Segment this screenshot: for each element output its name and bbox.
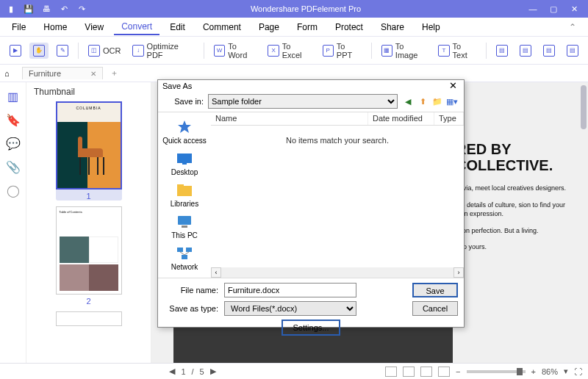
zoom-value: 86% [542,367,558,376]
menu-convert[interactable]: Convert [114,19,159,35]
file-list[interactable]: Name Date modified Type No items match y… [211,112,464,278]
comments-panel-icon[interactable]: 💬 [7,137,20,150]
menu-file[interactable]: File [4,20,33,35]
svg-line-10 [180,252,184,255]
to-text-button[interactable]: TTo Text [434,40,480,62]
scroll-right-icon[interactable]: › [453,267,464,278]
col-name[interactable]: Name [211,112,368,125]
save-in-dropdown[interactable]: Sample folder [208,94,398,109]
scroll-left-icon[interactable]: ‹ [211,267,221,278]
convert-extra-3[interactable]: ▤ [539,43,559,59]
place-network[interactable]: Network [171,243,198,273]
dialog-title: Save As [162,82,446,90]
word-icon: W [214,45,225,57]
menu-form[interactable]: Form [290,20,325,35]
edit-tool[interactable]: ✎ [53,43,72,59]
print-icon[interactable]: 🖶 [41,4,51,14]
convert-extra-4[interactable]: ▤ [563,43,582,59]
menu-edit[interactable]: Edit [162,20,193,35]
close-button[interactable]: ✕ [566,4,582,14]
next-page-button[interactable]: ▶ [210,367,216,376]
to-image-button[interactable]: ▦To Image [378,40,431,62]
save-type-dropdown[interactable]: Word Files(*.docx) [224,301,356,316]
convert-extra-2[interactable]: ▤ [516,43,535,59]
menu-comment[interactable]: Comment [196,20,248,35]
convert-toolbar: ▶ ✋ ✎ ◫OCR ↓Optimize PDF WTo Word XTo Ex… [0,37,588,65]
place-this-pc[interactable]: This PC [171,212,198,242]
to-excel-button[interactable]: XTo Excel [264,40,314,62]
doc-icon: ▤ [520,45,531,57]
collapse-ribbon-icon[interactable]: ⌃ [562,22,584,32]
view-continuous-icon[interactable] [403,367,415,377]
to-word-button[interactable]: WTo Word [210,40,259,62]
zoom-out-button[interactable]: − [456,367,460,376]
view-two-cont-icon[interactable] [438,367,450,377]
menu-view[interactable]: View [77,20,111,35]
view-two-icon[interactable] [420,367,432,377]
ocr-button[interactable]: ◫OCR [85,43,124,59]
fullscreen-icon[interactable]: ⛶ [574,367,582,376]
new-tab-button[interactable]: ＋ [103,68,126,79]
svg-rect-6 [182,225,187,228]
page-current[interactable]: 1 [181,367,185,376]
back-icon[interactable]: ◀ [402,95,414,107]
attachments-panel-icon[interactable]: 📎 [7,160,20,173]
svg-rect-4 [177,184,184,187]
horizontal-scrollbar[interactable]: ‹ › [211,267,464,278]
svg-rect-8 [186,248,192,252]
menu-share[interactable]: Share [373,20,412,35]
save-in-label: Save in: [164,97,204,106]
pc-icon [175,214,194,230]
cancel-button[interactable]: Cancel [412,301,458,316]
minimize-button[interactable]: — [525,4,541,14]
up-icon[interactable]: ⬆ [417,95,429,107]
convert-extra-1[interactable]: ▤ [492,43,512,59]
search-panel-icon[interactable]: ◯ [7,184,20,197]
thumbnail-page-1[interactable]: COLUMBIA 1 [56,101,122,201]
place-libraries[interactable]: Libraries [171,180,198,210]
menu-home[interactable]: Home [36,20,74,35]
undo-icon[interactable]: ↶ [59,4,69,14]
thumbnails-panel-icon[interactable]: ▥ [7,90,20,103]
place-desktop[interactable]: Desktop [171,148,198,178]
view-single-icon[interactable] [385,367,397,377]
home-tab-icon[interactable]: ⌂ [4,69,18,78]
prev-page-button[interactable]: ◀ [169,367,175,376]
menu-protect[interactable]: Protect [328,20,370,35]
file-name-input[interactable] [224,283,356,297]
new-folder-icon[interactable]: 📁 [431,95,443,107]
thumbnail-page-3[interactable] [56,311,122,326]
optimize-button[interactable]: ↓Optimize PDF [129,40,198,62]
col-type[interactable]: Type [434,112,464,125]
left-nav-strip: ▥ 🔖 💬 📎 ◯ [0,82,26,363]
svg-rect-3 [177,186,192,196]
star-icon [175,119,194,135]
select-tool[interactable]: ▶ [6,43,25,59]
menu-help[interactable]: Help [415,20,448,35]
places-sidebar: Quick access Desktop Libraries This PC N… [158,112,211,278]
zoom-dropdown-icon[interactable]: ▾ [564,367,568,376]
save-button[interactable]: Save [412,283,458,297]
menu-page[interactable]: Page [251,20,287,35]
bookmarks-panel-icon[interactable]: 🔖 [7,113,20,126]
thumbnail-page-2[interactable]: Table of Contents 2 [56,206,122,306]
save-icon[interactable]: 💾 [24,4,34,14]
hand-tool[interactable]: ✋ [29,43,49,59]
redo-icon[interactable]: ↷ [76,4,87,14]
file-name-label: File name: [164,286,218,295]
text-icon: T [438,45,449,57]
zoom-in-button[interactable]: + [531,367,536,376]
zoom-slider[interactable] [467,370,526,373]
col-date[interactable]: Date modified [368,112,434,125]
tab-close-icon[interactable]: ✕ [90,70,96,78]
to-ppt-button[interactable]: PTo PPT [319,40,365,62]
vertical-scrollbar[interactable] [581,85,587,129]
maximize-button[interactable]: ▢ [545,4,562,14]
settings-button[interactable]: Settings... [282,320,340,336]
dialog-close-icon[interactable]: ✕ [446,80,459,91]
view-menu-icon[interactable]: ▦▾ [446,95,458,107]
place-quick-access[interactable]: Quick access [162,117,206,147]
document-tab[interactable]: Furniture ✕ [22,67,103,79]
save-type-label: Save as type: [164,304,218,313]
doc-icon: ▤ [543,45,555,57]
